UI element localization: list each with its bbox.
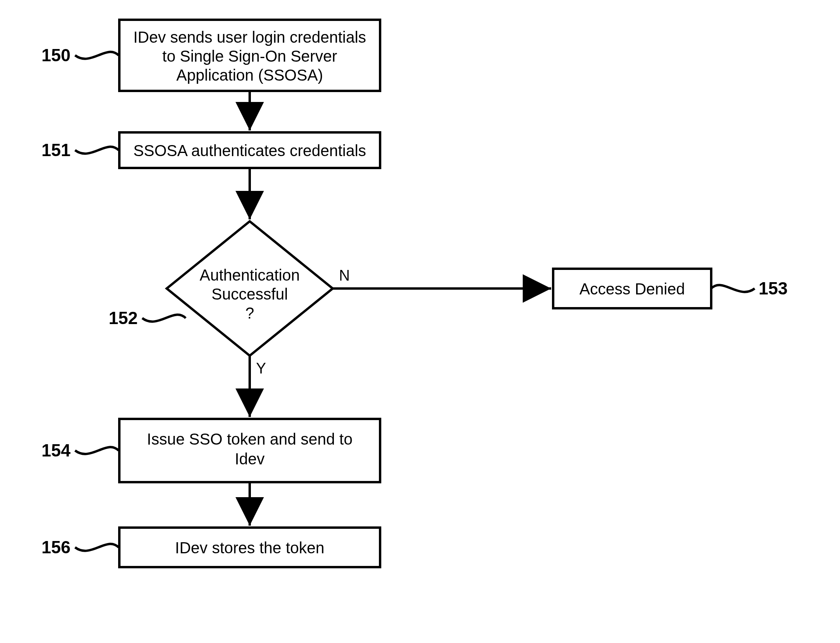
ref-153: 153 [759,279,787,298]
ref-156: 156 [41,537,70,557]
step-151-line1: SSOSA authenticates credentials [133,142,366,159]
ref-152: 152 [109,308,137,328]
decision-152: Authentication Successful ? [167,221,333,356]
ref-connector-153 [711,285,755,292]
step-150-line2: to Single Sign-On Server [162,47,337,65]
ref-connector-156 [75,544,119,551]
ref-connector-150 [75,52,119,58]
step-154-line2: Idev [235,450,265,468]
ref-151: 151 [41,140,70,160]
ref-154: 154 [41,441,71,460]
step-156: IDev stores the token [119,528,380,567]
step-153-line1: Access Denied [580,280,685,298]
step-150-line3: Application (SSOSA) [176,66,323,84]
decision-152-line3: ? [245,304,254,322]
ref-connector-152 [142,315,186,321]
step-154: Issue SSO token and send to Idev [119,419,380,482]
ref-connector-151 [75,147,119,153]
step-150: IDev sends user login credentials to Sin… [119,20,380,91]
ref-150: 150 [41,45,70,65]
ref-connector-154 [75,447,119,454]
step-153: Access Denied [553,269,711,308]
step-154-line1: Issue SSO token and send to [147,430,352,448]
decision-152-line2: Successful [211,285,288,303]
step-151: SSOSA authenticates credentials [119,132,380,168]
step-156-line1: IDev stores the token [175,539,324,556]
branch-yes-label: Y [256,360,266,377]
step-150-line1: IDev sends user login credentials [133,28,366,46]
decision-152-line1: Authentication [200,266,300,284]
branch-no-label: N [339,267,350,284]
